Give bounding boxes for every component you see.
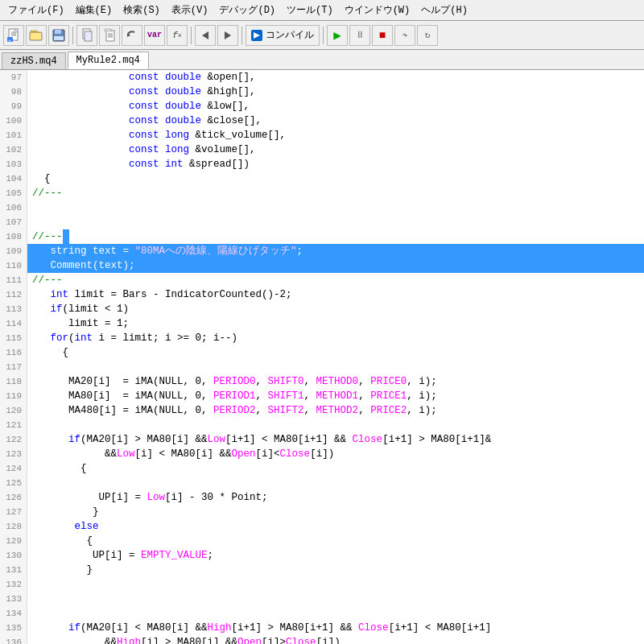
table-row: 131 } (0, 563, 644, 577)
menu-help[interactable]: ヘルプ(H) (416, 2, 473, 19)
table-row: 132 (0, 577, 644, 592)
compile-button[interactable]: コンパイル (246, 25, 320, 46)
table-row: 98 const double &high[], (0, 85, 644, 99)
table-row: 104 { (0, 171, 644, 186)
table-row: 118 MA20[i] = iMA(NULL, 0, PERIOD0, SHIF… (0, 374, 644, 389)
table-row: 108 //--- (0, 229, 644, 244)
svg-text:+: + (9, 39, 11, 43)
table-row: 105 //--- (0, 186, 644, 200)
pause-button[interactable]: ⏸ (349, 25, 370, 46)
table-row: 122 if(MA20[i] > MA80[i] &&Low[i+1] < MA… (0, 432, 644, 447)
table-row: 119 MA80[i] = iMA(NULL, 0, PERIOD1, SHIF… (0, 389, 644, 403)
table-row: 125 (0, 476, 644, 490)
sep2 (191, 27, 192, 44)
sep4 (323, 27, 324, 44)
sep3 (242, 27, 242, 44)
back-button[interactable] (195, 25, 216, 46)
table-row: 130 UP[i] = EMPTY_VALUE; (0, 548, 644, 563)
save-button[interactable] (48, 25, 69, 46)
copy-button[interactable] (76, 25, 97, 46)
menu-file[interactable]: ファイル(F) (3, 2, 69, 19)
compile-label: コンパイル (266, 28, 314, 42)
menu-debug[interactable]: デバッグ(D) (214, 2, 280, 19)
svg-rect-9 (31, 33, 41, 39)
table-row: 128 else (0, 519, 644, 534)
table-row: 113 if(limit < 1) (0, 302, 644, 316)
table-row: 116 { (0, 345, 644, 360)
table-row: 121 (0, 418, 644, 432)
step-button[interactable]: ↷ (394, 25, 415, 46)
table-row: 117 (0, 360, 644, 374)
table-row: 111 //--- (0, 273, 644, 287)
menu-tools[interactable]: ツール(T) (282, 2, 338, 19)
table-row: 97 const double &open[], (0, 70, 644, 85)
stop-button[interactable]: ■ (372, 25, 393, 46)
open-file-button[interactable] (26, 25, 47, 46)
step2-button[interactable]: ↻ (417, 25, 438, 46)
new-file-button[interactable]: + (3, 25, 24, 46)
run-button[interactable]: ▶ (327, 25, 348, 46)
menu-edit[interactable]: 編集(E) (71, 2, 118, 19)
svg-rect-11 (55, 30, 61, 34)
table-row: 136 &&High[i] > MA80[i] &&Open[i]>Close[… (0, 635, 644, 644)
table-row: 135 if(MA20[i] < MA80[i] &&High[i+1] > M… (0, 621, 644, 635)
forward-button[interactable] (217, 25, 238, 46)
menubar: ファイル(F) 編集(E) 検索(S) 表示(V) デバッグ(D) ツール(T)… (0, 0, 644, 21)
table-row: 129 { (0, 534, 644, 548)
svg-marker-22 (225, 31, 231, 39)
table-row: 123 &&Low[i] < MA80[i] &&Open[i]<Close[i… (0, 447, 644, 461)
svg-marker-21 (202, 31, 208, 39)
table-row: 100 const double &close[], (0, 114, 644, 128)
table-row: 120 MA480[i] = iMA(NULL, 0, PERIOD2, SHI… (0, 403, 644, 418)
var-button[interactable]: var (144, 25, 165, 46)
tabbar: zzHS.mq4 MyRule2.mq4 (0, 50, 644, 70)
sep1 (72, 27, 73, 44)
table-row: 110 Comment(text); (0, 258, 644, 273)
table-row: 99 const double &low[], (0, 99, 644, 114)
menu-window[interactable]: ウインドウ(W) (340, 2, 415, 19)
table-row: 127 } (0, 505, 644, 519)
table-row: 112 int limit = Bars - IndicatorCounted(… (0, 287, 644, 302)
undo-button[interactable] (122, 25, 142, 46)
paste-button[interactable] (99, 25, 120, 46)
menu-view[interactable]: 表示(V) (167, 2, 213, 19)
code-editor[interactable]: 97 const double &open[], 98 const double… (0, 70, 644, 644)
svg-rect-14 (85, 31, 92, 41)
table-row: 109 string text = "80MAへの陰線、陽線ひげタッチ"; (0, 244, 644, 258)
table-row: 101 const long &tick_volume[], (0, 128, 644, 142)
svg-rect-12 (54, 36, 64, 40)
table-row: 114 limit = 1; (0, 316, 644, 331)
toolbar: + (0, 21, 644, 50)
func-button[interactable]: fx (167, 25, 188, 46)
table-row: 102 const long &volume[], (0, 142, 644, 157)
table-row: 115 for(int i = limit; i >= 0; i--) (0, 331, 644, 345)
tab-zzhs[interactable]: zzHS.mq4 (2, 52, 66, 69)
table-row: 134 (0, 606, 644, 621)
svg-rect-16 (105, 29, 111, 31)
table-row: 107 (0, 215, 644, 229)
menu-search[interactable]: 検索(S) (118, 2, 165, 19)
table-row: 133 (0, 592, 644, 606)
table-row: 106 (0, 200, 644, 215)
table-row: 126 UP[i] = Low[i] - 30 * Point; (0, 490, 644, 505)
tab-myrule2[interactable]: MyRule2.mq4 (68, 52, 149, 69)
table-row: 103 const int &spread[]) (0, 157, 644, 171)
table-row: 124 { (0, 461, 644, 476)
